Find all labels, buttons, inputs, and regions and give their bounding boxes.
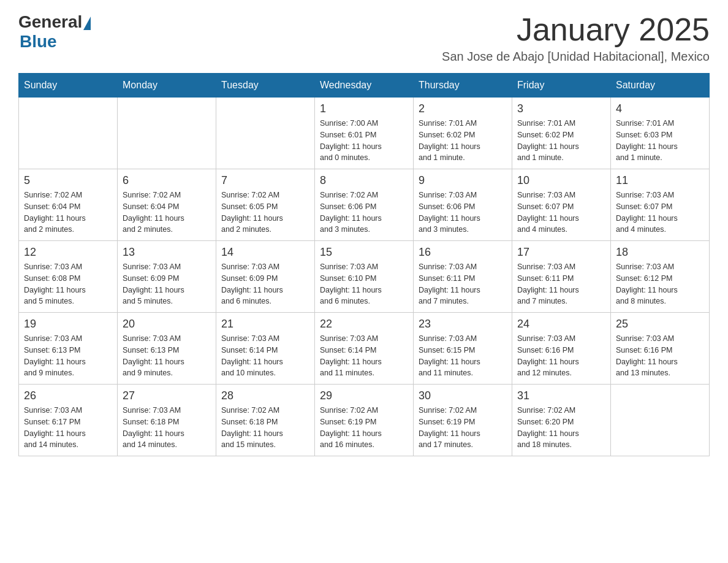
calendar-cell: 18Sunrise: 7:03 AM Sunset: 6:12 PM Dayli… — [611, 241, 710, 313]
column-header-saturday: Saturday — [611, 74, 710, 98]
day-info: Sunrise: 7:03 AM Sunset: 6:14 PM Dayligh… — [320, 333, 408, 379]
calendar-cell — [611, 385, 710, 456]
calendar-cell: 19Sunrise: 7:03 AM Sunset: 6:13 PM Dayli… — [19, 313, 118, 385]
calendar-cell: 5Sunrise: 7:02 AM Sunset: 6:04 PM Daylig… — [19, 169, 118, 241]
calendar-cell: 27Sunrise: 7:03 AM Sunset: 6:18 PM Dayli… — [118, 385, 216, 456]
calendar-week-row: 12Sunrise: 7:03 AM Sunset: 6:08 PM Dayli… — [19, 241, 710, 313]
day-info: Sunrise: 7:03 AM Sunset: 6:09 PM Dayligh… — [123, 261, 211, 307]
calendar-cell: 15Sunrise: 7:03 AM Sunset: 6:10 PM Dayli… — [315, 241, 414, 313]
calendar-cell: 3Sunrise: 7:01 AM Sunset: 6:02 PM Daylig… — [512, 98, 611, 169]
calendar-cell: 21Sunrise: 7:03 AM Sunset: 6:14 PM Dayli… — [216, 313, 315, 385]
location-subtitle: San Jose de Abajo [Unidad Habitacional],… — [442, 50, 710, 64]
day-info: Sunrise: 7:01 AM Sunset: 6:02 PM Dayligh… — [419, 118, 507, 164]
logo-blue-text: Blue — [20, 32, 57, 52]
day-info: Sunrise: 7:03 AM Sunset: 6:11 PM Dayligh… — [517, 261, 605, 307]
column-header-thursday: Thursday — [414, 74, 512, 98]
day-number: 15 — [320, 246, 408, 259]
calendar-cell: 11Sunrise: 7:03 AM Sunset: 6:07 PM Dayli… — [611, 169, 710, 241]
calendar-table: SundayMondayTuesdayWednesdayThursdayFrid… — [18, 73, 710, 456]
day-number: 4 — [616, 102, 704, 115]
month-title: January 2025 — [442, 12, 710, 47]
day-number: 25 — [616, 318, 704, 331]
calendar-cell: 1Sunrise: 7:00 AM Sunset: 6:01 PM Daylig… — [315, 98, 414, 169]
day-number: 23 — [419, 318, 507, 331]
calendar-header-row: SundayMondayTuesdayWednesdayThursdayFrid… — [19, 74, 710, 98]
day-info: Sunrise: 7:02 AM Sunset: 6:04 PM Dayligh… — [123, 190, 211, 236]
day-info: Sunrise: 7:01 AM Sunset: 6:03 PM Dayligh… — [616, 118, 704, 164]
logo: General Blue — [18, 12, 91, 52]
day-info: Sunrise: 7:03 AM Sunset: 6:09 PM Dayligh… — [221, 261, 309, 307]
day-number: 22 — [320, 318, 408, 331]
day-info: Sunrise: 7:03 AM Sunset: 6:16 PM Dayligh… — [517, 333, 605, 379]
day-number: 9 — [419, 174, 507, 187]
day-number: 21 — [221, 318, 309, 331]
day-info: Sunrise: 7:02 AM Sunset: 6:19 PM Dayligh… — [419, 405, 507, 451]
calendar-cell: 4Sunrise: 7:01 AM Sunset: 6:03 PM Daylig… — [611, 98, 710, 169]
column-header-sunday: Sunday — [19, 74, 118, 98]
calendar-cell: 10Sunrise: 7:03 AM Sunset: 6:07 PM Dayli… — [512, 169, 611, 241]
calendar-week-row: 19Sunrise: 7:03 AM Sunset: 6:13 PM Dayli… — [19, 313, 710, 385]
calendar-cell: 6Sunrise: 7:02 AM Sunset: 6:04 PM Daylig… — [118, 169, 216, 241]
day-number: 28 — [221, 389, 309, 402]
calendar-cell: 29Sunrise: 7:02 AM Sunset: 6:19 PM Dayli… — [315, 385, 414, 456]
day-number: 13 — [123, 246, 211, 259]
day-info: Sunrise: 7:03 AM Sunset: 6:11 PM Dayligh… — [419, 261, 507, 307]
day-number: 8 — [320, 174, 408, 187]
day-number: 1 — [320, 102, 408, 115]
day-info: Sunrise: 7:03 AM Sunset: 6:15 PM Dayligh… — [419, 333, 507, 379]
day-info: Sunrise: 7:03 AM Sunset: 6:14 PM Dayligh… — [221, 333, 309, 379]
day-number: 24 — [517, 318, 605, 331]
day-number: 26 — [24, 389, 112, 402]
day-number: 18 — [616, 246, 704, 259]
day-info: Sunrise: 7:01 AM Sunset: 6:02 PM Dayligh… — [517, 118, 605, 164]
day-number: 27 — [123, 389, 211, 402]
column-header-wednesday: Wednesday — [315, 74, 414, 98]
day-number: 7 — [221, 174, 309, 187]
column-header-tuesday: Tuesday — [216, 74, 315, 98]
day-number: 17 — [517, 246, 605, 259]
day-number: 12 — [24, 246, 112, 259]
day-info: Sunrise: 7:03 AM Sunset: 6:16 PM Dayligh… — [616, 333, 704, 379]
calendar-cell: 24Sunrise: 7:03 AM Sunset: 6:16 PM Dayli… — [512, 313, 611, 385]
calendar-cell: 30Sunrise: 7:02 AM Sunset: 6:19 PM Dayli… — [414, 385, 512, 456]
calendar-cell: 13Sunrise: 7:03 AM Sunset: 6:09 PM Dayli… — [118, 241, 216, 313]
title-section: January 2025 San Jose de Abajo [Unidad H… — [442, 12, 710, 64]
day-number: 5 — [24, 174, 112, 187]
calendar-cell: 25Sunrise: 7:03 AM Sunset: 6:16 PM Dayli… — [611, 313, 710, 385]
day-info: Sunrise: 7:03 AM Sunset: 6:13 PM Dayligh… — [123, 333, 211, 379]
calendar-cell: 16Sunrise: 7:03 AM Sunset: 6:11 PM Dayli… — [414, 241, 512, 313]
calendar-cell — [216, 98, 315, 169]
calendar-cell: 17Sunrise: 7:03 AM Sunset: 6:11 PM Dayli… — [512, 241, 611, 313]
day-info: Sunrise: 7:03 AM Sunset: 6:10 PM Dayligh… — [320, 261, 408, 307]
calendar-cell: 8Sunrise: 7:02 AM Sunset: 6:06 PM Daylig… — [315, 169, 414, 241]
day-info: Sunrise: 7:03 AM Sunset: 6:13 PM Dayligh… — [24, 333, 112, 379]
calendar-cell: 23Sunrise: 7:03 AM Sunset: 6:15 PM Dayli… — [414, 313, 512, 385]
calendar-week-row: 1Sunrise: 7:00 AM Sunset: 6:01 PM Daylig… — [19, 98, 710, 169]
day-info: Sunrise: 7:03 AM Sunset: 6:06 PM Dayligh… — [419, 190, 507, 236]
calendar-cell: 20Sunrise: 7:03 AM Sunset: 6:13 PM Dayli… — [118, 313, 216, 385]
calendar-cell: 28Sunrise: 7:02 AM Sunset: 6:18 PM Dayli… — [216, 385, 315, 456]
day-number: 29 — [320, 389, 408, 402]
calendar-cell — [19, 98, 118, 169]
calendar-cell: 12Sunrise: 7:03 AM Sunset: 6:08 PM Dayli… — [19, 241, 118, 313]
day-info: Sunrise: 7:02 AM Sunset: 6:20 PM Dayligh… — [517, 405, 605, 451]
column-header-monday: Monday — [118, 74, 216, 98]
day-info: Sunrise: 7:02 AM Sunset: 6:06 PM Dayligh… — [320, 190, 408, 236]
calendar-cell: 9Sunrise: 7:03 AM Sunset: 6:06 PM Daylig… — [414, 169, 512, 241]
day-info: Sunrise: 7:03 AM Sunset: 6:07 PM Dayligh… — [616, 190, 704, 236]
calendar-cell: 22Sunrise: 7:03 AM Sunset: 6:14 PM Dayli… — [315, 313, 414, 385]
day-info: Sunrise: 7:02 AM Sunset: 6:05 PM Dayligh… — [221, 190, 309, 236]
calendar-week-row: 5Sunrise: 7:02 AM Sunset: 6:04 PM Daylig… — [19, 169, 710, 241]
calendar-cell: 31Sunrise: 7:02 AM Sunset: 6:20 PM Dayli… — [512, 385, 611, 456]
calendar-cell: 2Sunrise: 7:01 AM Sunset: 6:02 PM Daylig… — [414, 98, 512, 169]
calendar-cell — [118, 98, 216, 169]
calendar-cell: 26Sunrise: 7:03 AM Sunset: 6:17 PM Dayli… — [19, 385, 118, 456]
day-info: Sunrise: 7:02 AM Sunset: 6:19 PM Dayligh… — [320, 405, 408, 451]
day-info: Sunrise: 7:03 AM Sunset: 6:17 PM Dayligh… — [24, 405, 112, 451]
day-info: Sunrise: 7:00 AM Sunset: 6:01 PM Dayligh… — [320, 118, 408, 164]
day-number: 6 — [123, 174, 211, 187]
day-info: Sunrise: 7:03 AM Sunset: 6:07 PM Dayligh… — [517, 190, 605, 236]
day-info: Sunrise: 7:02 AM Sunset: 6:04 PM Dayligh… — [24, 190, 112, 236]
day-number: 2 — [419, 102, 507, 115]
column-header-friday: Friday — [512, 74, 611, 98]
